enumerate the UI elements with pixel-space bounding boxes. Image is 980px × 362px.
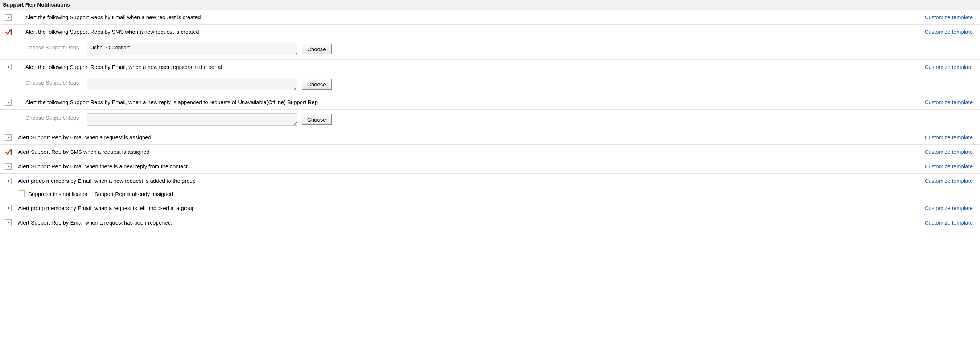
checkbox-col xyxy=(4,149,18,155)
customize-col: Customize template xyxy=(924,14,976,20)
row-sms-new-request: Alert the following Support Reps by SMS … xyxy=(0,25,980,39)
row-email-new-reply: Alert Support Rep by Email when there is… xyxy=(0,159,980,174)
row-label: Alert Support Rep by Email when a reques… xyxy=(18,134,924,140)
customize-template-link[interactable]: Customize template xyxy=(924,178,973,184)
sub-option-email-group-new: Suppress this notification if Support Re… xyxy=(0,188,980,201)
customize-col: Customize template xyxy=(924,99,976,105)
checkbox-col xyxy=(4,99,25,105)
checkbox-email-reopened[interactable] xyxy=(5,220,12,226)
sub-option-label: Suppress this notification if Support Re… xyxy=(28,191,173,197)
detail-email-new-user: Choose Support RepsChoose xyxy=(0,74,980,95)
row-email-offline-reply: Alert the following Support Reps by Emai… xyxy=(0,95,980,110)
row-email-new-user: Alert the following Support Reps by Emai… xyxy=(0,60,980,74)
reps-input-wrap: Choose xyxy=(87,78,976,90)
support-reps-input[interactable] xyxy=(87,113,298,126)
checkbox-sms-assigned[interactable] xyxy=(5,149,12,155)
row-label: Alert Support Rep by Email when there is… xyxy=(18,163,924,169)
customize-template-link[interactable]: Customize template xyxy=(924,205,973,211)
choose-reps-label: Choose Support Reps xyxy=(4,113,87,121)
row-label: Alert the following Support Reps by Emai… xyxy=(25,99,924,105)
checkbox-col xyxy=(4,64,25,70)
row-email-reopened: Alert Support Rep by Email when a reques… xyxy=(0,215,980,230)
checkbox-email-offline-reply[interactable] xyxy=(5,99,12,105)
choose-button[interactable]: Choose xyxy=(302,43,331,54)
customize-template-link[interactable]: Customize template xyxy=(924,99,973,105)
row-label: Alert the following Support Reps by Emai… xyxy=(25,64,924,70)
checkbox-col xyxy=(4,29,25,35)
row-sms-assigned: Alert Support Rep by SMS when a request … xyxy=(0,145,980,159)
checkbox-col xyxy=(4,14,25,21)
customize-col: Customize template xyxy=(924,205,976,211)
row-label: Alert Support Rep by Email when a reques… xyxy=(18,220,924,226)
checkbox-email-assigned[interactable] xyxy=(5,134,12,141)
customize-template-link[interactable]: Customize template xyxy=(924,149,973,155)
checkbox-email-new-user[interactable] xyxy=(5,64,12,70)
customize-template-link[interactable]: Customize template xyxy=(924,220,973,226)
customize-template-link[interactable]: Customize template xyxy=(924,163,973,169)
reps-input-wrap: Choose xyxy=(87,43,976,55)
customize-col: Customize template xyxy=(924,178,976,184)
detail-email-offline-reply: Choose Support RepsChoose xyxy=(0,110,980,130)
choose-button[interactable]: Choose xyxy=(302,114,331,125)
row-label: Alert Support Rep by SMS when a request … xyxy=(18,149,924,155)
rows-container: Alert the following Support Reps by Emai… xyxy=(0,10,980,230)
customize-template-link[interactable]: Customize template xyxy=(924,14,973,20)
choose-reps-label: Choose Support Reps xyxy=(4,43,87,50)
customize-template-link[interactable]: Customize template xyxy=(924,64,973,70)
detail-sms-new-request: Choose Support RepsChoose xyxy=(0,39,980,60)
row-email-new-request: Alert the following Support Reps by Emai… xyxy=(0,10,980,25)
row-email-group-new: Alert group members by Email, when a new… xyxy=(0,174,980,188)
panel-header: Support Rep Notifications xyxy=(0,0,980,10)
choose-reps-label: Choose Support Reps xyxy=(4,78,87,86)
customize-template-link[interactable]: Customize template xyxy=(924,29,973,35)
checkbox-email-new-request[interactable] xyxy=(5,14,12,21)
row-label: Alert the following Support Reps by SMS … xyxy=(25,29,924,35)
row-label: Alert group members by Email, when a req… xyxy=(18,205,924,211)
checkbox-email-group-unpicked[interactable] xyxy=(5,205,12,212)
customize-col: Customize template xyxy=(924,29,976,35)
customize-col: Customize template xyxy=(924,64,976,70)
checkbox-sms-new-request[interactable] xyxy=(5,29,12,35)
row-email-group-unpicked: Alert group members by Email, when a req… xyxy=(0,201,980,215)
checkbox-email-new-reply[interactable] xyxy=(5,163,12,170)
notifications-panel: Support Rep Notifications Alert the foll… xyxy=(0,0,980,230)
row-email-assigned: Alert Support Rep by Email when a reques… xyxy=(0,130,980,145)
support-reps-input[interactable] xyxy=(87,43,298,55)
checkbox-col xyxy=(4,178,18,184)
checkbox-col xyxy=(4,134,18,141)
checkbox-col xyxy=(4,205,18,212)
reps-input-wrap: Choose xyxy=(87,113,976,126)
choose-button[interactable]: Choose xyxy=(302,79,331,89)
customize-col: Customize template xyxy=(924,163,976,169)
customize-template-link[interactable]: Customize template xyxy=(924,134,973,140)
checkbox-col xyxy=(4,163,18,170)
customize-col: Customize template xyxy=(924,220,976,226)
checkbox-email-group-new[interactable] xyxy=(5,178,12,184)
support-reps-input[interactable] xyxy=(87,78,298,90)
checkbox-sub-email-group-new[interactable] xyxy=(18,190,25,197)
row-label: Alert the following Support Reps by Emai… xyxy=(25,14,924,20)
customize-col: Customize template xyxy=(924,149,976,155)
customize-col: Customize template xyxy=(924,134,976,140)
checkbox-col xyxy=(4,220,18,226)
row-label: Alert group members by Email, when a new… xyxy=(18,178,924,184)
